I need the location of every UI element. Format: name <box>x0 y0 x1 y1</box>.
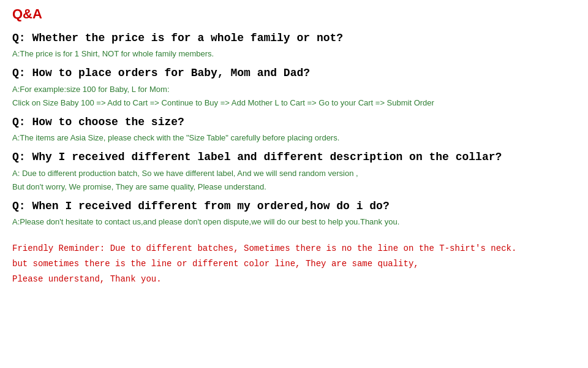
question-2: Q: How to place orders for Baby, Mom and… <box>12 67 576 79</box>
answer-5: A:Please don't hesitate to contact us,an… <box>12 216 576 229</box>
reminder-line2: but sometimes there is the line or diffe… <box>12 259 419 269</box>
reminder-line1: Friendly Reminder: Due to different batc… <box>12 243 516 253</box>
question-3: Q: How to choose the size? <box>12 116 576 128</box>
answer-4: A: Due to different production batch, So… <box>12 167 576 194</box>
answer-4-line1: A: Due to different production batch, So… <box>12 169 358 178</box>
question-5: Q: When I received different from my ord… <box>12 200 576 212</box>
qa-item-5: Q: When I received different from my ord… <box>12 200 576 229</box>
question-4: Q: Why I received different label and di… <box>12 151 576 163</box>
answer-2-line2: Click on Size Baby 100 => Add to Cart =>… <box>12 98 434 107</box>
qa-item-3: Q: How to choose the size? A:The items a… <box>12 116 576 145</box>
qa-title: Q&A <box>12 6 576 22</box>
qa-item-2: Q: How to place orders for Baby, Mom and… <box>12 67 576 110</box>
reminder-line3: Please understand, Thank you. <box>12 274 162 284</box>
answer-2-line1: A:For example:size 100 for Baby, L for M… <box>12 85 170 94</box>
qa-item-1: Q: Whether the price is for a whole fami… <box>12 32 576 61</box>
answer-1: A:The price is for 1 Shirt, NOT for whol… <box>12 48 576 61</box>
question-1: Q: Whether the price is for a whole fami… <box>12 32 576 44</box>
answer-2: A:For example:size 100 for Baby, L for M… <box>12 83 576 110</box>
answer-3: A:The items are Asia Size, please check … <box>12 132 576 145</box>
friendly-reminder: Friendly Reminder: Due to different batc… <box>12 241 576 288</box>
qa-section: Q&A Q: Whether the price is for a whole … <box>12 6 576 287</box>
qa-item-4: Q: Why I received different label and di… <box>12 151 576 194</box>
answer-4-line2: But don't worry, We promise, They are sa… <box>12 182 266 191</box>
